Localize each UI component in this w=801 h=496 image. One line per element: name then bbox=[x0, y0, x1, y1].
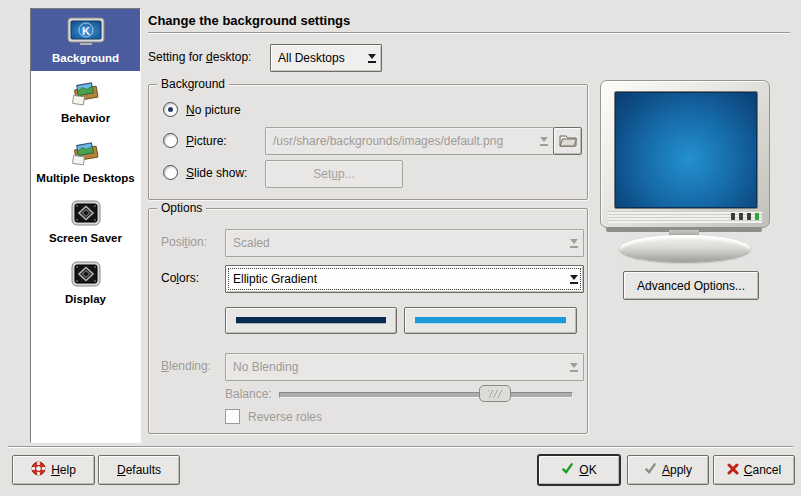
slide-show-setup-button: Setup... bbox=[265, 160, 403, 188]
desktop-select-value: All Desktops bbox=[278, 51, 362, 65]
footer-separator bbox=[8, 446, 793, 448]
slider-handle bbox=[479, 385, 511, 402]
radio-icon bbox=[163, 165, 178, 180]
monitor-leds bbox=[731, 213, 759, 220]
position-label: Position: bbox=[161, 229, 207, 255]
blending-select: No Blending bbox=[225, 353, 584, 381]
sidebar-item-background[interactable]: K Background bbox=[31, 9, 140, 71]
desktop-select[interactable]: All Desktops bbox=[270, 44, 382, 72]
cancel-button[interactable]: Cancel bbox=[713, 455, 795, 485]
x-icon bbox=[727, 463, 739, 478]
position-select: Scaled bbox=[225, 229, 584, 257]
color2-swatch bbox=[415, 317, 566, 324]
sidebar-item-label: Display bbox=[65, 293, 106, 305]
background-settings-dialog: { "header": { "title": "Change the backg… bbox=[0, 0, 801, 496]
no-picture-radio[interactable]: No picture bbox=[163, 102, 241, 117]
background-monitor-icon: K bbox=[67, 17, 105, 50]
no-picture-label: No picture bbox=[186, 103, 241, 117]
chevron-down-icon bbox=[362, 54, 381, 63]
slide-show-radio[interactable]: Slide show: bbox=[163, 165, 247, 180]
checkbox-icon bbox=[225, 409, 240, 424]
sidebar-item-label: Screen Saver bbox=[49, 232, 122, 244]
options-group-title: Options bbox=[157, 201, 206, 215]
defaults-button[interactable]: Defaults bbox=[98, 455, 180, 485]
chevron-down-icon bbox=[564, 363, 583, 372]
lifebuoy-icon bbox=[31, 461, 46, 479]
browse-picture-button[interactable] bbox=[553, 127, 582, 155]
background-group: Background No picture Picture: /usr/shar… bbox=[148, 84, 588, 200]
gray-check-icon bbox=[644, 462, 657, 478]
monitor-preview bbox=[600, 80, 770, 228]
options-group: Options Position: Scaled Colors: Ellipti… bbox=[148, 208, 588, 434]
background-group-title: Background bbox=[157, 77, 229, 91]
picture-path-value: /usr/share/backgrounds/images/default.pn… bbox=[273, 134, 534, 148]
sidebar-item-label: Background bbox=[52, 52, 119, 64]
ok-button[interactable]: OK bbox=[538, 455, 620, 485]
blending-label: Blending: bbox=[161, 353, 211, 379]
page-title: Change the background settings bbox=[148, 13, 350, 28]
colors-select[interactable]: Elliptic Gradient bbox=[225, 265, 584, 293]
sidebar-item-label: Multiple Desktops bbox=[36, 172, 134, 184]
screen-saver-icon bbox=[70, 200, 102, 230]
color2-button[interactable] bbox=[404, 307, 577, 334]
radio-icon bbox=[163, 133, 178, 148]
color1-button[interactable] bbox=[225, 307, 397, 334]
monitor-screen-preview bbox=[614, 91, 758, 209]
help-button[interactable]: Help bbox=[12, 455, 95, 485]
setting-for-desktop-label: Setting for desktop: bbox=[148, 44, 251, 70]
picture-radio[interactable]: Picture: bbox=[163, 133, 227, 148]
folder-icon bbox=[559, 133, 577, 150]
svg-text:K: K bbox=[82, 24, 90, 36]
title-separator bbox=[148, 32, 790, 34]
apply-button[interactable]: Apply bbox=[627, 455, 709, 485]
multiple-desktops-icon bbox=[69, 139, 103, 170]
monitor-stand bbox=[620, 235, 750, 262]
slider-grip-icon bbox=[488, 390, 502, 398]
radio-icon bbox=[163, 102, 178, 117]
colors-value: Elliptic Gradient bbox=[233, 272, 564, 286]
balance-label: Balance: bbox=[225, 385, 272, 403]
blending-value: No Blending bbox=[233, 360, 564, 374]
color1-swatch bbox=[236, 317, 386, 324]
sidebar-item-screen-saver[interactable]: Screen Saver bbox=[31, 191, 140, 253]
display-icon bbox=[70, 261, 102, 291]
colors-label: Colors: bbox=[161, 265, 199, 291]
balance-slider bbox=[279, 385, 573, 403]
desktop-behavior-icon bbox=[69, 79, 103, 110]
picture-label: Picture: bbox=[186, 134, 227, 148]
module-sidebar: K Background Behavior bbox=[30, 8, 141, 443]
sidebar-item-multiple-desktops[interactable]: Multiple Desktops bbox=[31, 131, 140, 191]
sidebar-item-behavior[interactable]: Behavior bbox=[31, 71, 140, 131]
position-value: Scaled bbox=[233, 236, 564, 250]
chevron-down-icon bbox=[534, 137, 553, 146]
picture-path-select: /usr/share/backgrounds/images/default.pn… bbox=[265, 127, 554, 155]
slider-groove bbox=[279, 392, 573, 398]
advanced-options-button[interactable]: Advanced Options... bbox=[623, 271, 759, 300]
slide-show-label: Slide show: bbox=[186, 166, 247, 180]
check-icon bbox=[561, 462, 574, 478]
sidebar-item-label: Behavior bbox=[61, 112, 110, 124]
sidebar-item-display[interactable]: Display bbox=[31, 253, 140, 313]
chevron-down-icon bbox=[564, 239, 583, 248]
chevron-down-icon bbox=[564, 275, 583, 284]
reverse-roles-label: Reverse roles bbox=[248, 410, 322, 424]
reverse-roles-checkbox: Reverse roles bbox=[225, 409, 322, 424]
